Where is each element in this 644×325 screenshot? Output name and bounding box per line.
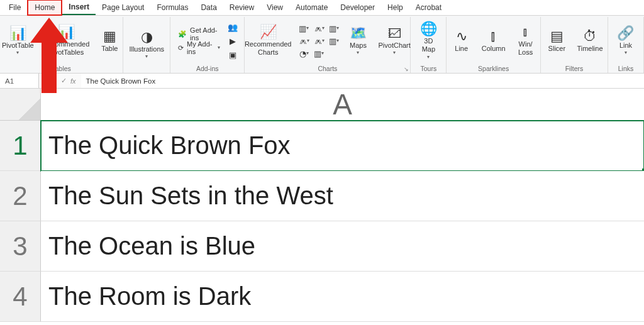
group-illustrations: Illustrations ▾ bbox=[123, 17, 170, 73]
slicer-label: Slicer bbox=[548, 45, 566, 53]
maps-icon bbox=[350, 26, 367, 40]
tab-home[interactable]: Home bbox=[27, 0, 62, 16]
group-tables-label: Tables bbox=[52, 63, 70, 72]
sparkline-column-label: Column bbox=[482, 45, 506, 53]
cell-A2[interactable]: The Sun Sets in the West bbox=[41, 171, 644, 221]
sparkline-winloss-icon bbox=[522, 25, 529, 39]
get-addins-icon bbox=[178, 30, 187, 38]
grid-row-4: 4 The Room is Dark bbox=[0, 272, 644, 322]
pie-chart-button[interactable]: ▾ bbox=[297, 47, 310, 60]
tab-data[interactable]: Data bbox=[194, 1, 223, 14]
group-tours: 3D Map ▾ Tours bbox=[411, 17, 447, 73]
row-header-3[interactable]: 3 bbox=[0, 221, 41, 272]
link-button[interactable]: Link ▾ bbox=[612, 19, 640, 62]
chevron-down-icon: ▾ bbox=[357, 50, 359, 55]
timeline-button[interactable]: Timeline bbox=[574, 19, 605, 62]
tab-acrobat[interactable]: Acrobat bbox=[409, 1, 448, 14]
line-chart-button[interactable]: ▾ bbox=[313, 22, 325, 35]
people-graph-addin-button[interactable] bbox=[226, 21, 239, 33]
tab-developer[interactable]: Developer bbox=[334, 1, 381, 14]
recommended-charts-button[interactable]: Recommended Charts bbox=[242, 19, 294, 62]
group-sparklines: Line Column Win/ Loss Sparklines bbox=[447, 17, 541, 73]
cell-A4[interactable]: The Room is Dark bbox=[41, 272, 644, 322]
formula-input[interactable]: The Quick Brown Fox bbox=[81, 74, 644, 88]
pivot-table-icon bbox=[9, 26, 26, 40]
tab-automate[interactable]: Automate bbox=[289, 1, 334, 14]
tab-view[interactable]: View bbox=[260, 1, 289, 14]
name-box[interactable]: A1 bbox=[0, 74, 39, 88]
visio-addin-button[interactable] bbox=[226, 48, 239, 61]
pivotchart-button[interactable]: PivotChart ▾ bbox=[375, 19, 413, 62]
3d-map-label: 3D Map bbox=[422, 37, 435, 53]
tab-file[interactable]: File bbox=[3, 1, 27, 14]
table-button[interactable]: Table bbox=[96, 19, 123, 62]
group-tables: PivotTable ▾ Recommended PivotTables Tab… bbox=[0, 17, 123, 73]
group-sparklines-label: Sparklines bbox=[478, 63, 509, 72]
group-addins: Get Add-ins My Add-ins ▾ Add-ins bbox=[170, 17, 245, 73]
link-label: Link bbox=[619, 41, 632, 50]
table-label: Table bbox=[101, 45, 118, 53]
grid-row-3: 3 The Ocean is Blue bbox=[0, 221, 644, 272]
cell-A1[interactable]: The Quick Brown Fox bbox=[41, 121, 644, 171]
recommended-charts-icon bbox=[260, 25, 277, 39]
group-tours-label: Tours bbox=[421, 63, 437, 72]
chevron-down-icon: ▾ bbox=[16, 50, 19, 55]
pivotchart-label: PivotChart bbox=[378, 41, 410, 50]
hierarchy-chart-button[interactable]: ▾ bbox=[297, 35, 310, 47]
maps-button[interactable]: Maps ▾ bbox=[344, 19, 372, 62]
name-box-dropdown[interactable]: ▾ bbox=[39, 79, 47, 84]
column-chart-button[interactable]: ▾ bbox=[297, 22, 310, 35]
confirm-formula-icon[interactable]: ✓ bbox=[61, 77, 67, 85]
chevron-down-icon: ▾ bbox=[145, 54, 148, 59]
column-header-A[interactable]: A bbox=[41, 89, 644, 121]
grid-row-1: 1 The Quick Brown Fox bbox=[0, 121, 644, 171]
cancel-formula-icon[interactable]: ✕ bbox=[52, 77, 57, 85]
sparkline-line-label: Line bbox=[455, 45, 468, 53]
3d-map-button[interactable]: 3D Map ▾ bbox=[414, 19, 442, 62]
illustrations-icon bbox=[141, 30, 153, 44]
ribbon: PivotTable ▾ Recommended PivotTables Tab… bbox=[0, 16, 644, 74]
tab-page-layout[interactable]: Page Layout bbox=[96, 1, 150, 14]
tab-review[interactable]: Review bbox=[223, 1, 260, 14]
recommended-pivottables-icon bbox=[58, 25, 75, 39]
get-addins-button[interactable]: Get Add-ins bbox=[175, 27, 223, 41]
fx-icon[interactable]: fx bbox=[70, 77, 76, 85]
sparkline-column-icon bbox=[490, 30, 497, 43]
sparkline-winloss-button[interactable]: Win/ Loss bbox=[512, 19, 540, 62]
tab-formulas[interactable]: Formulas bbox=[150, 1, 194, 14]
recommended-pivottables-button[interactable]: Recommended PivotTables bbox=[40, 19, 92, 62]
sparkline-line-button[interactable]: Line bbox=[448, 19, 475, 62]
charts-launcher[interactable]: ↘ bbox=[404, 66, 409, 72]
my-addins-button[interactable]: My Add-ins ▾ bbox=[175, 41, 223, 55]
chevron-down-icon: ▾ bbox=[393, 50, 396, 55]
group-links-label: Links bbox=[618, 63, 634, 72]
recommended-pivottables-label: Recommended PivotTables bbox=[43, 40, 90, 56]
row-header-4[interactable]: 4 bbox=[0, 272, 41, 322]
row-header-1[interactable]: 1 bbox=[0, 121, 41, 171]
group-charts-label: Charts bbox=[318, 63, 337, 72]
illustrations-button[interactable]: Illustrations ▾ bbox=[126, 23, 167, 66]
bar-chart-button[interactable]: ▾ bbox=[313, 47, 325, 60]
cell-A3[interactable]: The Ocean is Blue bbox=[41, 221, 644, 272]
group-filters: Slicer Timeline Filters bbox=[541, 17, 608, 73]
scatter-chart-button[interactable]: ▾ bbox=[313, 35, 325, 47]
sparkline-column-button[interactable]: Column bbox=[479, 19, 508, 62]
bing-maps-addin-button[interactable] bbox=[226, 35, 239, 47]
recommended-charts-label: Recommended Charts bbox=[245, 40, 292, 56]
timeline-label: Timeline bbox=[577, 45, 602, 53]
formula-bar: A1 ▾ ✕ ✓ fx The Quick Brown Fox bbox=[0, 74, 644, 89]
slicer-button[interactable]: Slicer bbox=[543, 19, 570, 62]
pivot-table-button[interactable]: PivotTable ▾ bbox=[0, 19, 36, 62]
chevron-down-icon: ▾ bbox=[427, 55, 430, 60]
tab-insert[interactable]: Insert bbox=[62, 0, 96, 15]
chevron-down-icon: ▾ bbox=[218, 45, 220, 50]
select-all-corner[interactable] bbox=[0, 89, 41, 121]
pivot-table-label: PivotTable bbox=[2, 41, 34, 50]
tab-help[interactable]: Help bbox=[381, 1, 409, 14]
waterfall-chart-button[interactable]: ▾ bbox=[328, 22, 340, 35]
my-addins-icon bbox=[178, 44, 184, 52]
get-addins-label: Get Add-ins bbox=[190, 26, 220, 41]
3d-map-icon bbox=[420, 22, 437, 36]
row-header-2[interactable]: 2 bbox=[0, 171, 41, 221]
combo-chart-button[interactable]: ▾ bbox=[328, 35, 340, 47]
